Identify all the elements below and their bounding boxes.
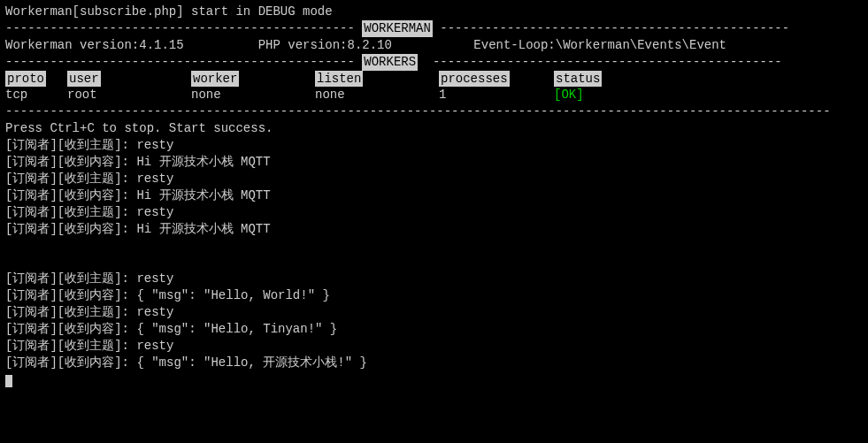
blank-line <box>5 254 863 271</box>
log-line: [订阅者][收到主题]: resty <box>5 137 863 154</box>
log-line: [订阅者][收到主题]: resty <box>5 338 863 355</box>
event-loop-label: Event-Loop: <box>473 38 555 52</box>
col-processes-header: processes <box>439 71 510 88</box>
cell-user: root <box>67 87 191 103</box>
event-loop-value: \Workerman\Events\Event <box>556 38 726 52</box>
wm-version: 4.1.15 <box>139 38 183 52</box>
wm-version-label: Workerman version: <box>5 38 139 52</box>
col-listen-header: listen <box>315 71 363 88</box>
log-line: [订阅者][收到内容]: Hi 开源技术小栈 MQTT <box>5 221 863 238</box>
log-line: [订阅者][收到主题]: resty <box>5 171 863 187</box>
banner-workerman: WORKERMAN <box>362 20 433 37</box>
start-line: Workerman[subscribe.php] start in DEBUG … <box>5 4 863 20</box>
log-line: [订阅者][收到内容]: { "msg": "Hello, World!" } <box>5 287 863 304</box>
divider-workerman: ----------------------------------------… <box>5 20 863 37</box>
workers-data-row: tcp root none none 1 [OK] <box>5 87 863 103</box>
log-line: [订阅者][收到主题]: resty <box>5 271 863 287</box>
cell-proto: tcp <box>5 87 67 103</box>
divider-workers: ----------------------------------------… <box>5 54 863 71</box>
log-line: [订阅者][收到内容]: Hi 开源技术小栈 MQTT <box>5 187 863 204</box>
version-line: Workerman version:4.1.15 PHP version:8.2… <box>5 37 863 54</box>
log-line: [订阅者][收到内容]: { "msg": "Hello, Tinyan!" } <box>5 321 863 338</box>
blank-line <box>5 237 863 254</box>
cursor-line <box>5 371 863 388</box>
dash-left: ----------------------------------------… <box>5 20 355 37</box>
log-line: [订阅者][收到内容]: Hi 开源技术小栈 MQTT <box>5 154 863 171</box>
cell-status: [OK] <box>554 88 584 102</box>
dash-right: ----------------------------------------… <box>440 20 796 37</box>
php-version: 8.2.10 <box>348 38 392 52</box>
log-line: [订阅者][收到主题]: resty <box>5 304 863 321</box>
terminal-output: Workerman[subscribe.php] start in DEBUG … <box>5 4 863 387</box>
cursor-icon <box>5 375 12 387</box>
dash-right: ----------------------------------------… <box>433 54 789 71</box>
php-version-label: PHP version: <box>258 38 348 52</box>
cell-worker: none <box>191 87 315 103</box>
workers-header-row: proto user worker listen processes statu… <box>5 71 863 88</box>
divider-bottom: ----------------------------------------… <box>5 103 863 120</box>
col-status-header: status <box>554 71 602 88</box>
col-worker-header: worker <box>191 71 239 88</box>
log-line: [订阅者][收到主题]: resty <box>5 204 863 221</box>
press-line: Press Ctrl+C to stop. Start success. <box>5 120 863 137</box>
col-user-header: user <box>67 71 101 88</box>
cell-listen: none <box>315 87 439 103</box>
dash-left: ----------------------------------------… <box>5 54 355 71</box>
log-line: [订阅者][收到内容]: { "msg": "Hello, 开源技术小栈!" } <box>5 355 863 371</box>
banner-workers: WORKERS <box>362 54 418 71</box>
cell-processes: 1 <box>439 87 554 103</box>
col-proto-header: proto <box>5 71 46 88</box>
